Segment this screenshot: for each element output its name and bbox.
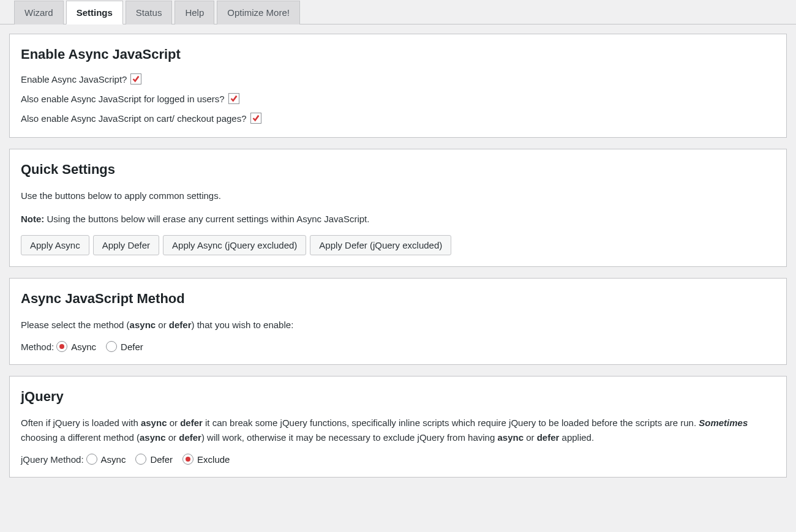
apply-defer-button[interactable]: Apply Defer bbox=[93, 235, 159, 255]
label-enable-loggedin: Also enable Async JavaScript for logged … bbox=[21, 94, 225, 104]
jq-t10: defer bbox=[179, 432, 201, 443]
tab-bar: Wizard Settings Status Help Optimize Mor… bbox=[0, 0, 796, 24]
tab-wizard[interactable]: Wizard bbox=[14, 1, 64, 24]
tab-status[interactable]: Status bbox=[126, 1, 173, 24]
jq-t6: Sometimes bbox=[699, 418, 748, 428]
panel-quick-heading: Quick Settings bbox=[21, 162, 775, 178]
quick-intro-text: Use the buttons below to apply common se… bbox=[21, 189, 775, 203]
radio-jquery-exclude-label: Exclude bbox=[197, 454, 230, 465]
method-text-c: or bbox=[156, 320, 169, 330]
quick-note-label: Note: bbox=[21, 214, 44, 224]
jq-t15: applied. bbox=[559, 432, 594, 443]
check-icon bbox=[252, 114, 260, 122]
jq-t2: async bbox=[141, 418, 167, 428]
checkbox-enable-async[interactable] bbox=[130, 73, 141, 84]
radio-jquery-async[interactable] bbox=[86, 454, 97, 465]
radio-jquery-async-label: Async bbox=[101, 454, 126, 465]
radio-method-defer[interactable] bbox=[106, 341, 117, 352]
check-icon bbox=[230, 94, 238, 103]
tab-settings[interactable]: Settings bbox=[66, 1, 123, 24]
tab-optimize-more[interactable]: Optimize More! bbox=[217, 1, 300, 24]
radio-jquery-exclude[interactable] bbox=[182, 454, 193, 465]
radio-method-defer-label: Defer bbox=[121, 342, 143, 352]
jq-t4: defer bbox=[180, 418, 203, 428]
panel-enable: Enable Async JavaScript Enable Async Jav… bbox=[9, 34, 787, 138]
jq-t1: Often if jQuery is loaded with bbox=[21, 418, 141, 428]
checkbox-enable-loggedin[interactable] bbox=[228, 93, 239, 104]
jq-t7: choosing a different method ( bbox=[21, 432, 140, 443]
radio-jquery-defer[interactable] bbox=[135, 454, 146, 465]
checkbox-enable-cart[interactable] bbox=[250, 113, 261, 124]
method-text-b: async bbox=[130, 320, 156, 330]
method-intro: Please select the method (async or defer… bbox=[21, 318, 775, 332]
panel-method: Async JavaScript Method Please select th… bbox=[9, 278, 787, 365]
panel-enable-heading: Enable Async JavaScript bbox=[21, 47, 775, 62]
check-icon bbox=[132, 75, 140, 83]
jq-t13: or bbox=[524, 432, 537, 443]
jq-t11: ) will work, otherwise it may be necessa… bbox=[201, 432, 498, 443]
quick-note: Note: Using the buttons below will erase… bbox=[21, 212, 775, 227]
radio-method-async[interactable] bbox=[56, 341, 67, 352]
radio-method-async-label: Async bbox=[71, 342, 96, 352]
label-enable-async: Enable Async JavaScript? bbox=[21, 74, 127, 84]
method-text-d: defer bbox=[169, 320, 192, 330]
jq-t8: async bbox=[140, 432, 166, 443]
jq-t9: or bbox=[166, 432, 179, 443]
panel-quick-settings: Quick Settings Use the buttons below to … bbox=[9, 149, 787, 267]
label-enable-cart: Also enable Async JavaScript on cart/ ch… bbox=[21, 113, 247, 124]
jq-t12: async bbox=[497, 432, 524, 443]
quick-note-text: Using the buttons below will erase any c… bbox=[44, 214, 369, 224]
method-label: Method: bbox=[21, 342, 54, 352]
method-text-e: ) that you wish to enable: bbox=[192, 320, 294, 330]
jq-t14: defer bbox=[537, 432, 560, 443]
tab-help[interactable]: Help bbox=[175, 1, 214, 24]
jquery-explainer: Often if jQuery is loaded with async or … bbox=[21, 416, 775, 445]
method-text-a: Please select the method ( bbox=[21, 320, 130, 330]
jquery-method-label: jQuery Method: bbox=[21, 454, 84, 465]
jq-t5: it can break some jQuery functions, spec… bbox=[203, 418, 699, 428]
jq-t3: or bbox=[167, 418, 180, 428]
apply-async-jquery-excl-button[interactable]: Apply Async (jQuery excluded) bbox=[163, 235, 306, 255]
panel-method-heading: Async JavaScript Method bbox=[21, 291, 775, 307]
panel-jquery: jQuery Often if jQuery is loaded with as… bbox=[9, 376, 787, 478]
panel-jquery-heading: jQuery bbox=[21, 389, 775, 405]
apply-async-button[interactable]: Apply Async bbox=[21, 235, 89, 255]
apply-defer-jquery-excl-button[interactable]: Apply Defer (jQuery excluded) bbox=[310, 235, 451, 255]
radio-jquery-defer-label: Defer bbox=[150, 454, 173, 465]
